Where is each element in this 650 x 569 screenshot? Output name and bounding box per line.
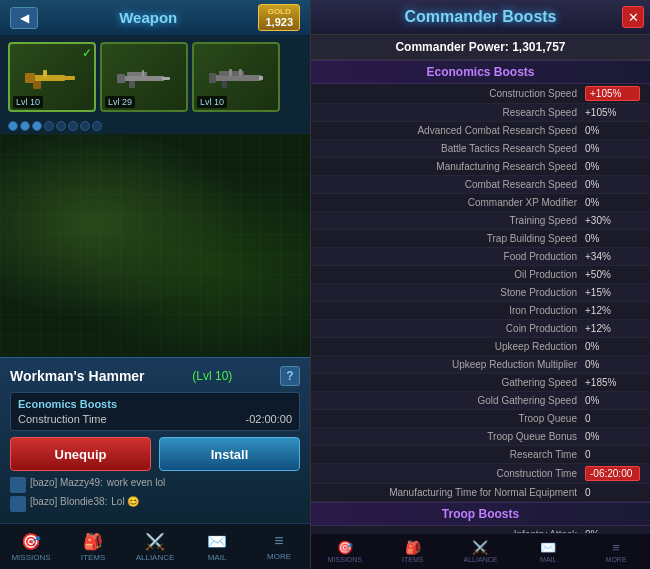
right-more-icon: ≡	[612, 540, 620, 555]
weapon-slot-0[interactable]: ✓ Lvl 10	[8, 42, 96, 112]
right-nav-missions[interactable]: 🎯 MISSIONS	[311, 534, 379, 569]
nav-mail[interactable]: ✉️ MAIL	[186, 524, 248, 569]
dot-4	[56, 121, 66, 131]
help-button[interactable]: ?	[280, 366, 300, 386]
nav-missions-label: MISSIONS	[11, 553, 50, 562]
more-icon: ≡	[274, 532, 283, 550]
econ-stat-name-11: Stone Production	[321, 287, 585, 298]
items-icon: 🎒	[83, 532, 103, 551]
map-area	[0, 134, 310, 357]
svg-rect-2	[63, 76, 75, 80]
back-button[interactable]: ◀	[10, 7, 38, 29]
econ-stat-row-20: Research Time0	[311, 446, 650, 464]
econ-stat-row-13: Coin Production+12%	[311, 320, 650, 338]
right-alliance-icon: ⚔️	[472, 540, 488, 555]
econ-stat-row-17: Gold Gathering Speed0%	[311, 392, 650, 410]
left-header: ◀ Weapon GOLD 1,923	[0, 0, 310, 36]
econ-stat-row-3: Battle Tactics Research Speed0%	[311, 140, 650, 158]
check-mark-0: ✓	[82, 46, 92, 60]
econ-stat-value-21: -06:20:00	[585, 466, 640, 481]
econ-stat-row-21: Construction Time-06:20:00	[311, 464, 650, 484]
chat-msg-0: work even lol	[107, 477, 165, 493]
econ-stat-name-17: Gold Gathering Speed	[321, 395, 585, 406]
weapon-level-0: Lvl 10	[13, 96, 43, 108]
boost-box: Economics Boosts Construction Time -02:0…	[10, 392, 300, 431]
econ-stat-name-15: Upkeep Reduction Multiplier	[321, 359, 585, 370]
right-mail-icon: ✉️	[540, 540, 556, 555]
weapon-slot-2[interactable]: Lvl 10	[192, 42, 280, 112]
nav-missions[interactable]: 🎯 MISSIONS	[0, 524, 62, 569]
right-nav-more[interactable]: ≡ MORE	[582, 534, 650, 569]
econ-stat-value-1: +105%	[585, 107, 640, 118]
weapon-title: Weapon	[119, 9, 177, 26]
econ-stat-name-7: Training Speed	[321, 215, 585, 226]
nav-alliance[interactable]: ⚔️ ALLIANCE	[124, 524, 186, 569]
gold-label: GOLD	[268, 7, 291, 16]
chat-msg-1: Lol 😊	[111, 496, 139, 512]
install-button[interactable]: Install	[159, 437, 300, 471]
right-missions-icon: 🎯	[337, 540, 353, 555]
right-nav-items-label: ITEMS	[402, 556, 423, 563]
close-button[interactable]: ✕	[622, 6, 644, 28]
econ-stat-name-1: Research Speed	[321, 107, 585, 118]
nav-alliance-label: ALLIANCE	[136, 553, 175, 562]
economics-section-header: Economics Boosts	[311, 60, 650, 84]
boost-stat-row: Construction Time -02:00:00	[18, 413, 292, 425]
right-nav-alliance-label: ALLIANCE	[464, 556, 498, 563]
econ-stat-name-20: Research Time	[321, 449, 585, 460]
right-nav-mail[interactable]: ✉️ MAIL	[514, 534, 582, 569]
econ-stat-row-0: Construction Speed+105%	[311, 84, 650, 104]
dot-5	[68, 121, 78, 131]
econ-stat-row-19: Troop Queue Bonus0%	[311, 428, 650, 446]
unequip-button[interactable]: Unequip	[10, 437, 151, 471]
dot-7	[92, 121, 102, 131]
chat-text-1: [bazo] Blondie38:	[30, 496, 107, 512]
econ-stat-value-13: +12%	[585, 323, 640, 334]
dot-1	[20, 121, 30, 131]
troop-section-header: Troop Boosts	[311, 502, 650, 526]
econ-stat-name-10: Oil Production	[321, 269, 585, 280]
econ-stat-value-8: 0%	[585, 233, 640, 244]
svg-rect-0	[30, 75, 65, 81]
econ-stat-name-22: Manufacturing Time for Normal Equipment	[321, 487, 585, 498]
chat-text-0: [bazo] Mazzy49:	[30, 477, 103, 493]
econ-stat-value-5: 0%	[585, 179, 640, 190]
mail-icon: ✉️	[207, 532, 227, 551]
svg-rect-17	[239, 69, 242, 76]
econ-stat-value-19: 0%	[585, 431, 640, 442]
boost-scroll[interactable]: Economics Boosts Construction Speed+105%…	[311, 60, 650, 533]
econ-stat-name-6: Commander XP Modifier	[321, 197, 585, 208]
boost-stat-name: Construction Time	[18, 413, 107, 425]
nav-items[interactable]: 🎒 ITEMS	[62, 524, 124, 569]
econ-stat-value-14: 0%	[585, 341, 640, 352]
econ-stat-name-3: Battle Tactics Research Speed	[321, 143, 585, 154]
econ-stat-name-8: Trap Building Speed	[321, 233, 585, 244]
chat-row-0: [bazo] Mazzy49: work even lol	[10, 477, 300, 493]
weapon-icon-1	[114, 55, 174, 100]
weapon-level-1: Lvl 29	[105, 96, 135, 108]
svg-rect-7	[162, 77, 170, 80]
econ-stat-value-9: +34%	[585, 251, 640, 262]
svg-rect-15	[222, 81, 227, 88]
econ-stat-row-9: Food Production+34%	[311, 248, 650, 266]
econ-stat-name-9: Food Production	[321, 251, 585, 262]
econ-stat-value-10: +50%	[585, 269, 640, 280]
right-header: Commander Boosts ✕	[311, 0, 650, 35]
missions-icon: 🎯	[21, 532, 41, 551]
economics-stats: Construction Speed+105%Research Speed+10…	[311, 84, 650, 502]
weapon-level-2: Lvl 10	[197, 96, 227, 108]
econ-stat-name-13: Coin Production	[321, 323, 585, 334]
svg-rect-16	[229, 69, 232, 76]
econ-stat-value-11: +15%	[585, 287, 640, 298]
dot-0	[8, 121, 18, 131]
gold-value: 1,923	[265, 16, 293, 28]
econ-stat-value-0: +105%	[585, 86, 640, 101]
econ-stat-value-12: +12%	[585, 305, 640, 316]
nav-more[interactable]: ≡ MORE	[248, 524, 310, 569]
right-nav-alliance[interactable]: ⚔️ ALLIANCE	[447, 534, 515, 569]
left-panel: ◀ Weapon GOLD 1,923 ✓ Lvl 10	[0, 0, 310, 569]
weapon-slot-1[interactable]: Lvl 29	[100, 42, 188, 112]
right-nav-items[interactable]: 🎒 ITEMS	[379, 534, 447, 569]
svg-rect-4	[43, 70, 47, 78]
troop-stats: Infantry Attack0%Advanced Infantry Attac…	[311, 526, 650, 533]
